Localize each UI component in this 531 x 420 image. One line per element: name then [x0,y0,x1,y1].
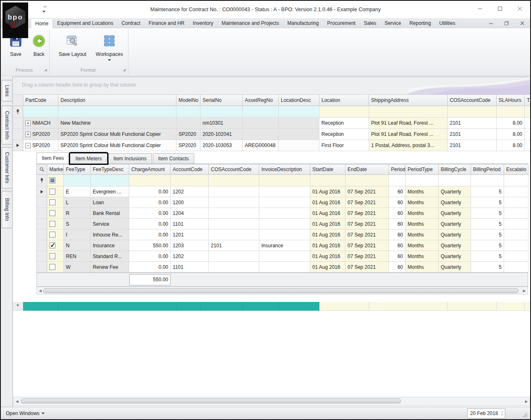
cell-accountcode[interactable]: 1202 [171,186,209,197]
cell-billingperiod[interactable]: 5 [471,229,504,240]
filter-cell-cosaccountcode[interactable] [448,106,497,118]
cell-escalatio[interactable] [504,197,529,208]
cell-billingcycle[interactable]: Quarterly [439,186,471,197]
cell-billingcycle[interactable]: Quarterly [439,219,471,229]
table-row[interactable]: +SP2020SP2020 Sprint Colour Multi Functi… [13,129,531,140]
fee-row[interactable]: EEvergreen ...0.00120201 Aug 201607 Sep … [37,186,529,197]
cell-periodtype[interactable]: Months [405,219,439,229]
cell-cosaccountcode[interactable]: 2101 [448,140,497,151]
cell-period[interactable]: 60 [389,219,405,229]
new-row-cell[interactable] [23,302,58,311]
cell-description[interactable]: SP2020 Sprint Colour Multi Functional Co… [58,140,176,151]
cell-marked[interactable] [47,219,64,229]
cell-startdate[interactable]: 01 Aug 2016 [310,208,345,219]
marked-checkbox[interactable] [49,232,56,238]
cell-enddate[interactable]: 07 Sep 2021 [345,208,389,219]
cell-billingperiod[interactable]: 5 [471,262,504,273]
filter-cell-cosaccountcode[interactable] [209,175,259,186]
cell-feetypedesc[interactable]: Evergreen ... [91,186,129,197]
ribbon-tab-service[interactable]: Service [380,18,405,28]
cell-chargeamount[interactable]: 550.00 [129,240,171,251]
ribbon-restore-icon[interactable] [503,19,510,27]
cell-enddate[interactable]: 07 Sep 2021 [345,251,389,262]
cell-feetypedesc[interactable]: Bank Rental [91,208,129,219]
cell-enddate[interactable]: 07 Sep 2021 [345,262,389,273]
fee-row[interactable]: RENStandard R...0.00120201 Aug 201607 Se… [37,251,529,262]
fee-row[interactable]: IInhouse Re...0.00120101 Aug 201607 Sep … [37,229,529,240]
marked-checkbox[interactable] [49,253,56,259]
cell-chargeamount[interactable]: 0.00 [129,186,171,197]
cell-feetype[interactable]: I [64,229,91,240]
cell-location[interactable]: Reception [319,118,369,129]
new-row-cell[interactable] [176,302,200,311]
cell-period[interactable]: 60 [389,240,405,251]
filter-cell-feetypedesc[interactable] [91,175,129,186]
filter-cell-period[interactable] [389,175,405,186]
cell-billingcycle[interactable]: Quarterly [439,208,471,219]
cell-periodtype[interactable]: Months [405,229,439,240]
maximize-icon[interactable] [495,4,504,13]
cell-invoicedescription[interactable]: Insurance [259,240,310,251]
cell-serialno[interactable]: 2020-102041 [200,129,243,140]
ribbon-tab-utilities[interactable]: Utilities [435,18,459,28]
scrollbar-thumb[interactable] [43,288,519,293]
fee-row[interactable]: NInsurance550.0012032101Insurance01 Aug … [37,240,529,251]
cell-cosaccountcode[interactable] [209,208,259,219]
cell-accountcode[interactable]: 1101 [171,262,209,273]
cell-locationdesc[interactable] [279,118,319,129]
cell-modelno[interactable] [176,118,200,129]
cell-period[interactable]: 60 [389,262,405,273]
cell-serialno[interactable]: nm10301 [200,118,243,129]
cell-accountcode[interactable]: 1204 [171,208,209,219]
fee-row[interactable]: SService0.00110101 Aug 201607 Sep 202160… [37,219,529,229]
cell-t[interactable] [525,118,531,129]
column-header-startdate[interactable]: StartDate [310,164,345,175]
cell-startdate[interactable]: 01 Aug 2016 [310,251,345,262]
cell-t[interactable] [525,140,531,151]
filter-cell-marked[interactable] [47,175,64,186]
ribbon-tab-home[interactable]: Home [31,18,53,28]
filter-cell-t[interactable] [525,106,531,118]
cell-shippingaddress[interactable]: Plot 91 Leaf Road, Forest ... [369,129,448,140]
filter-cell-shippingaddress[interactable] [369,106,448,118]
filter-cell-location[interactable] [319,106,369,118]
cell-escalatio[interactable] [504,240,529,251]
marked-checkbox[interactable] [49,199,56,205]
cell-startdate[interactable]: 01 Aug 2016 [310,197,345,208]
column-header-chargeamount[interactable]: ChargeAmount [129,164,171,175]
collapse-icon[interactable]: − [25,143,31,148]
cell-marked[interactable] [47,197,64,208]
cell-invoicedescription[interactable] [259,186,310,197]
cell-partcode[interactable]: −SP2020 [23,140,58,151]
cell-billingperiod[interactable]: 5 [471,208,504,219]
tab-item-meters[interactable]: Item Meters [70,153,107,164]
cell-startdate[interactable]: 01 Aug 2016 [310,262,345,273]
cell-marked[interactable] [47,229,64,240]
sidebar-item-links[interactable]: Links [2,80,12,101]
column-header-period[interactable]: Period [389,164,405,175]
cell-escalatio[interactable] [504,251,529,262]
ribbon-tab-reporting[interactable]: Reporting [405,18,435,28]
filter-cell-feetype[interactable] [64,175,91,186]
scrollbar-thumb[interactable] [21,398,401,403]
cell-cosaccountcode[interactable] [209,229,259,240]
filter-cell-enddate[interactable] [345,175,389,186]
column-header-accountcode[interactable]: AccountCode [171,164,209,175]
cell-escalatio[interactable] [504,262,529,273]
column-header-periodtype[interactable]: PeriodType [405,164,439,175]
new-row-cell[interactable] [243,302,279,311]
new-row-cell[interactable] [279,302,319,311]
column-header-invoicedescription[interactable]: InvoiceDescription [259,164,310,175]
close-icon[interactable] [515,4,524,13]
cell-invoicedescription[interactable] [259,219,310,229]
scroll-left-icon[interactable]: ◀ [37,287,43,294]
cell-feetype[interactable]: L [64,197,91,208]
cell-cosaccountcode[interactable] [209,197,259,208]
cell-chargeamount[interactable]: 0.00 [129,262,171,273]
cell-billingperiod[interactable]: 5 [471,240,504,251]
column-header-marked[interactable]: Marked [47,164,64,175]
cell-feetypedesc[interactable]: Insurance [91,240,129,251]
save-layout-button[interactable]: Save Layout [55,31,90,64]
sidebar-item-customer-info[interactable]: Customer Info [2,147,12,188]
cell-assetregno[interactable]: AREG000048 [243,140,279,151]
